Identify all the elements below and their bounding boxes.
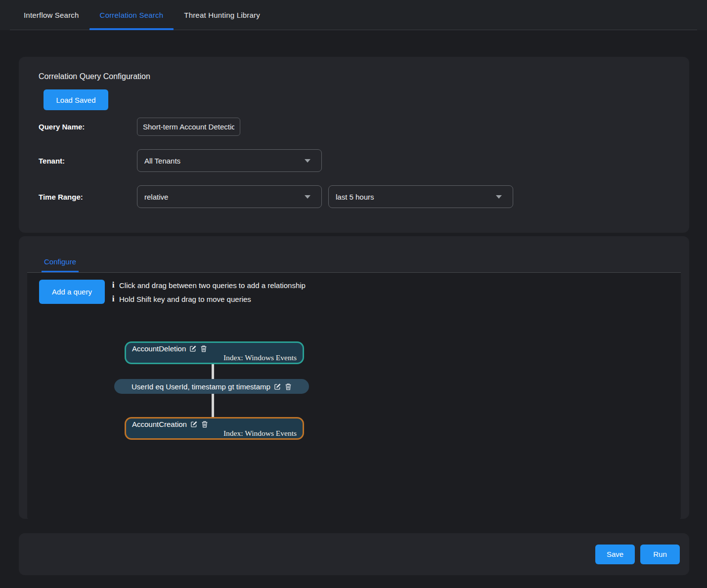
node-title-row: AccountCreation [132, 420, 297, 429]
footer-action-bar: Save Run [19, 533, 689, 575]
tenant-label: Tenant: [39, 157, 137, 165]
query-name-label: Query Name: [39, 123, 137, 131]
node-title-row: AccountDeletion [132, 344, 297, 353]
time-range-type-value: relative [144, 193, 305, 201]
time-range-row: Time Range: relative last 5 hours [39, 185, 669, 208]
correlation-query-configuration-panel: Correlation Query Configuration Load Sav… [19, 57, 689, 233]
query-node-name: AccountCreation [132, 420, 187, 429]
info-icon: i [110, 280, 116, 290]
load-saved-button[interactable]: Load Saved [44, 89, 108, 110]
delete-query-icon[interactable] [201, 420, 208, 428]
chevron-down-icon [305, 195, 310, 199]
chevron-down-icon [496, 195, 502, 199]
run-button[interactable]: Run [640, 545, 680, 564]
time-range-value-select[interactable]: last 5 hours [328, 185, 513, 208]
query-node-account-creation[interactable]: AccountCreation [125, 417, 304, 440]
hint-text: Click and drag between two queries to ad… [119, 281, 306, 290]
query-node-index: Index: Windows Events [132, 353, 297, 362]
edit-relationship-icon[interactable] [274, 383, 281, 390]
save-button[interactable]: Save [595, 545, 635, 564]
query-name-row: Query Name: [39, 118, 669, 136]
chevron-down-icon [305, 159, 310, 163]
configure-tab-bar: Configure [19, 236, 689, 272]
tenant-select[interactable]: All Tenants [137, 149, 322, 172]
time-range-value-value: last 5 hours [336, 193, 496, 201]
hint-relationship: i Click and drag between two queries to … [110, 278, 306, 292]
tab-configure[interactable]: Configure [42, 236, 79, 272]
time-range-type-select[interactable]: relative [137, 185, 322, 208]
query-node-index: Index: Windows Events [132, 429, 297, 438]
edit-query-icon[interactable] [189, 345, 197, 352]
hint-text: Hold Shift key and drag to move queries [119, 295, 251, 303]
page-content: Correlation Query Configuration Load Sav… [0, 30, 707, 575]
time-range-label: Time Range: [39, 193, 137, 201]
panel-title: Correlation Query Configuration [39, 72, 669, 82]
relationship-pill[interactable]: UserId eq UserId, timestamp gt timestamp [114, 379, 309, 394]
add-query-button[interactable]: Add a query [39, 280, 105, 304]
configure-panel: Configure Add a query i Click and drag b… [19, 236, 689, 519]
query-node-account-deletion[interactable]: AccountDeletion [125, 341, 304, 364]
query-node-name: AccountDeletion [132, 344, 186, 353]
info-icon: i [110, 294, 116, 304]
tab-threat-hunting-library[interactable]: Threat Hunting Library [174, 0, 270, 30]
canvas-hints: i Click and drag between two queries to … [110, 278, 306, 306]
main-tabs: Interflow Search Correlation Search Thre… [10, 0, 697, 30]
hint-move: i Hold Shift key and drag to move querie… [110, 292, 306, 306]
delete-query-icon[interactable] [200, 345, 207, 352]
query-name-input[interactable] [137, 118, 240, 136]
top-tab-bar: Interflow Search Correlation Search Thre… [0, 0, 707, 30]
query-graph-canvas[interactable]: Add a query i Click and drag between two… [27, 272, 681, 519]
edit-query-icon[interactable] [190, 420, 198, 428]
tab-correlation-search[interactable]: Correlation Search [89, 0, 174, 30]
tenant-row: Tenant: All Tenants [39, 149, 669, 172]
tab-interflow-search[interactable]: Interflow Search [13, 0, 89, 30]
tenant-select-value: All Tenants [144, 157, 305, 165]
relationship-label: UserId eq UserId, timestamp gt timestamp [132, 382, 270, 391]
delete-relationship-icon[interactable] [285, 383, 292, 390]
